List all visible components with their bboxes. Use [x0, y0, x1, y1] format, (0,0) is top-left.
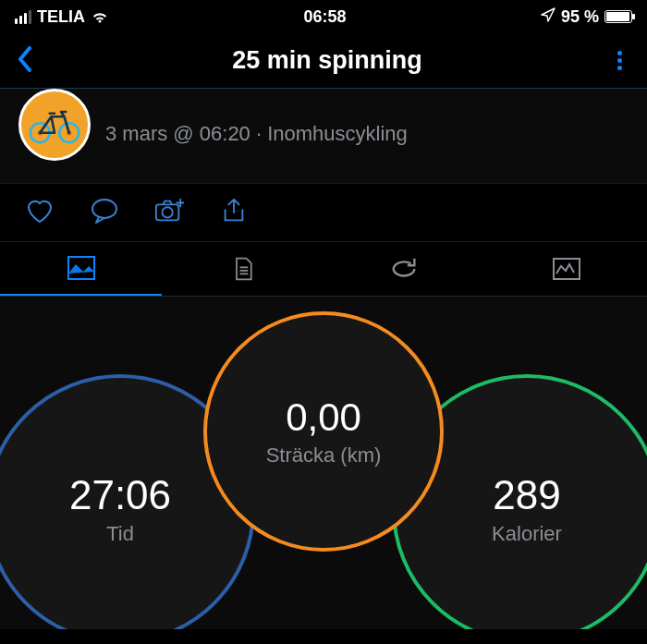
status-bar: TELIA 06:58 95 % — [0, 0, 647, 33]
metric-calories-value: 289 — [493, 472, 560, 518]
tab-details[interactable] — [162, 242, 324, 296]
activity-meta: 3 mars @ 06:20 · Inomhuscykling — [105, 122, 408, 146]
nav-bar: 25 min spinning — [0, 33, 647, 89]
wifi-icon — [91, 9, 109, 24]
back-button[interactable] — [17, 46, 46, 76]
clock: 06:58 — [303, 7, 346, 27]
camera-button[interactable] — [153, 197, 185, 225]
metric-time-value: 27:06 — [69, 472, 171, 518]
metric-calories-label: Kalorier — [492, 522, 562, 546]
comment-button[interactable] — [89, 197, 120, 225]
battery-pct: 95 % — [561, 7, 599, 27]
activity-avatar-bike-icon[interactable] — [18, 89, 91, 161]
tab-map[interactable] — [0, 242, 162, 296]
metrics-panel: 27:06 Tid 289 Kalorier 0,00 Sträcka (km) — [0, 297, 647, 629]
metric-distance-label: Sträcka (km) — [266, 444, 382, 468]
share-button[interactable] — [218, 197, 250, 225]
tabs — [0, 241, 647, 297]
tab-charts[interactable] — [485, 242, 647, 296]
battery-icon — [604, 10, 632, 23]
metric-time-label: Tid — [106, 522, 134, 546]
metric-distance-value: 0,00 — [286, 395, 361, 440]
svg-point-6 — [162, 207, 172, 217]
page-title: 25 min spinning — [46, 46, 608, 75]
tab-laps[interactable] — [324, 242, 485, 296]
carrier-label: TELIA — [37, 7, 85, 27]
location-icon — [541, 7, 555, 27]
menu-button[interactable] — [608, 48, 630, 73]
actions-row — [0, 183, 647, 241]
svg-point-4 — [92, 200, 116, 218]
metric-distance[interactable]: 0,00 Sträcka (km) — [203, 311, 444, 552]
like-button[interactable] — [24, 197, 55, 225]
signal-bars-icon — [15, 10, 31, 24]
activity-header: 3 mars @ 06:20 · Inomhuscykling — [0, 89, 647, 183]
